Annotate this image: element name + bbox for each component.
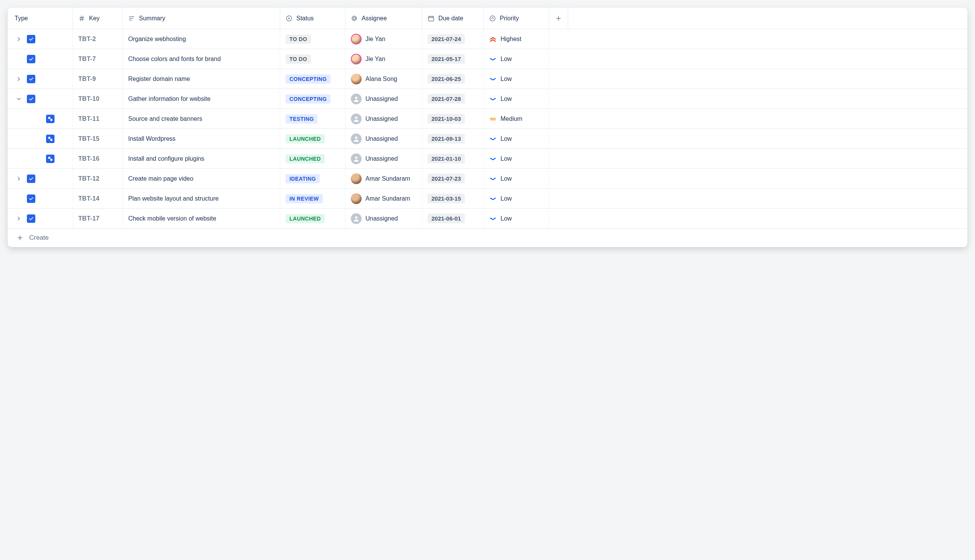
table-row[interactable]: TBT-11Source and create bannersTESTINGUn… <box>8 109 967 129</box>
table-row[interactable]: TBT-9Register domain nameCONCEPTINGAlana… <box>8 69 967 89</box>
cell-status[interactable]: IDEATING <box>280 169 346 188</box>
cell-priority[interactable]: Medium <box>484 109 549 128</box>
chevron-right-icon[interactable] <box>15 175 23 183</box>
cell-status[interactable]: LAUNCHED <box>280 129 346 148</box>
col-summary-header[interactable]: Summary <box>123 8 280 29</box>
cell-due-date[interactable]: 2021-03-15 <box>422 189 484 208</box>
cell-due-date[interactable]: 2021-07-28 <box>422 89 484 108</box>
due-date-badge: 2021-07-23 <box>428 174 465 183</box>
status-badge: TESTING <box>286 114 318 123</box>
cell-due-date[interactable]: 2021-10-03 <box>422 109 484 128</box>
col-assignee-header[interactable]: Assignee <box>346 8 422 29</box>
col-type-header[interactable]: Type <box>8 8 73 29</box>
cell-status[interactable]: TO DO <box>280 29 346 49</box>
cell-key[interactable]: TBT-2 <box>73 29 123 49</box>
chevron-right-icon[interactable] <box>15 35 23 43</box>
table-row[interactable]: TBT-15Install WordpressLAUNCHEDUnassigne… <box>8 129 967 149</box>
cell-assignee[interactable]: Unassigned <box>346 129 422 148</box>
cell-summary[interactable]: Check mobile version of website <box>123 209 280 228</box>
cell-summary[interactable]: Create main page video <box>123 169 280 188</box>
cell-key[interactable]: TBT-12 <box>73 169 123 188</box>
col-summary-label: Summary <box>139 15 165 22</box>
cell-assignee[interactable]: Jie Yan <box>346 49 422 69</box>
cell-due-date[interactable]: 2021-06-25 <box>422 69 484 88</box>
table-row[interactable]: TBT-16Install and configure pluginsLAUNC… <box>8 149 967 169</box>
cell-trailing-empty <box>549 149 568 168</box>
cell-due-date[interactable]: 2021-07-24 <box>422 29 484 49</box>
cell-summary[interactable]: Register domain name <box>123 69 280 88</box>
cell-key[interactable]: TBT-10 <box>73 89 123 108</box>
cell-due-date[interactable]: 2021-01-10 <box>422 149 484 168</box>
col-type-label: Type <box>15 15 28 22</box>
status-badge: LAUNCHED <box>286 154 325 163</box>
cell-key[interactable]: TBT-14 <box>73 189 123 208</box>
table-row[interactable]: TBT-12Create main page videoIDEATINGAmar… <box>8 169 967 189</box>
cell-summary[interactable]: Gather information for website <box>123 89 280 108</box>
cell-summary[interactable]: Source and create banners <box>123 109 280 128</box>
cell-assignee[interactable]: Unassigned <box>346 109 422 128</box>
cell-key[interactable]: TBT-11 <box>73 109 123 128</box>
cell-priority[interactable]: Low <box>484 149 549 168</box>
cell-assignee[interactable]: Unassigned <box>346 209 422 228</box>
chevron-right-icon[interactable] <box>15 75 23 83</box>
cell-priority[interactable]: Low <box>484 209 549 228</box>
cell-status[interactable]: IN REVIEW <box>280 189 346 208</box>
col-key-header[interactable]: Key <box>73 8 123 29</box>
cell-assignee[interactable]: Amar Sundaram <box>346 189 422 208</box>
priority-label: Low <box>500 75 512 82</box>
table-row[interactable]: TBT-7Choose colors and fonts for brandTO… <box>8 49 967 69</box>
cell-due-date[interactable]: 2021-06-01 <box>422 209 484 228</box>
assignee-name: Amar Sundaram <box>365 195 410 202</box>
cell-priority[interactable]: Low <box>484 169 549 188</box>
create-button[interactable]: Create <box>8 228 967 247</box>
priority-wrapper: Highest <box>489 36 521 43</box>
cell-status[interactable]: TESTING <box>280 109 346 128</box>
cell-key[interactable]: TBT-16 <box>73 149 123 168</box>
cell-key[interactable]: TBT-15 <box>73 129 123 148</box>
cell-status[interactable]: LAUNCHED <box>280 209 346 228</box>
table-row[interactable]: TBT-14Plan website layout and structureI… <box>8 189 967 209</box>
calendar-icon <box>428 15 435 22</box>
cell-assignee[interactable]: Unassigned <box>346 149 422 168</box>
cell-status[interactable]: TO DO <box>280 49 346 69</box>
cell-status[interactable]: CONCEPTING <box>280 69 346 88</box>
col-priority-header[interactable]: Priority <box>484 8 549 29</box>
cell-assignee[interactable]: Unassigned <box>346 89 422 108</box>
col-status-header[interactable]: Status <box>280 8 346 29</box>
cell-priority[interactable]: Low <box>484 129 549 148</box>
cell-key[interactable]: TBT-7 <box>73 49 123 69</box>
cell-priority[interactable]: Low <box>484 189 549 208</box>
cell-assignee[interactable]: Jie Yan <box>346 29 422 49</box>
cell-key[interactable]: TBT-9 <box>73 69 123 88</box>
cell-priority[interactable]: Low <box>484 69 549 88</box>
cell-status[interactable]: LAUNCHED <box>280 149 346 168</box>
table-row[interactable]: TBT-10Gather information for websiteCONC… <box>8 89 967 109</box>
cell-priority[interactable]: Low <box>484 49 549 69</box>
cell-priority[interactable]: Highest <box>484 29 549 49</box>
cell-due-date[interactable]: 2021-05-17 <box>422 49 484 69</box>
add-column-button[interactable] <box>549 8 568 29</box>
chevron-right-icon[interactable] <box>15 214 23 223</box>
cell-type <box>8 209 73 228</box>
col-duedate-header[interactable]: Due date <box>422 8 484 29</box>
priority-wrapper: Low <box>489 155 512 162</box>
cell-priority[interactable]: Low <box>484 89 549 108</box>
cell-due-date[interactable]: 2021-07-23 <box>422 169 484 188</box>
cell-assignee[interactable]: Alana Song <box>346 69 422 88</box>
status-badge: LAUNCHED <box>286 134 325 143</box>
cell-assignee[interactable]: Amar Sundaram <box>346 169 422 188</box>
cell-summary[interactable]: Organize webhosting <box>123 29 280 49</box>
assignee-name: Alana Song <box>365 75 397 82</box>
priority-low-icon <box>489 176 497 182</box>
cell-summary[interactable]: Install and configure plugins <box>123 149 280 168</box>
cell-summary[interactable]: Install Wordpress <box>123 129 280 148</box>
cell-status[interactable]: CONCEPTING <box>280 89 346 108</box>
due-date-badge: 2021-09-13 <box>428 134 465 143</box>
cell-due-date[interactable]: 2021-09-13 <box>422 129 484 148</box>
table-row[interactable]: TBT-2Organize webhostingTO DOJie Yan2021… <box>8 29 967 49</box>
cell-summary[interactable]: Plan website layout and structure <box>123 189 280 208</box>
cell-key[interactable]: TBT-17 <box>73 209 123 228</box>
table-row[interactable]: TBT-17Check mobile version of websiteLAU… <box>8 209 967 228</box>
cell-summary[interactable]: Choose colors and fonts for brand <box>123 49 280 69</box>
chevron-down-icon[interactable] <box>15 95 23 103</box>
